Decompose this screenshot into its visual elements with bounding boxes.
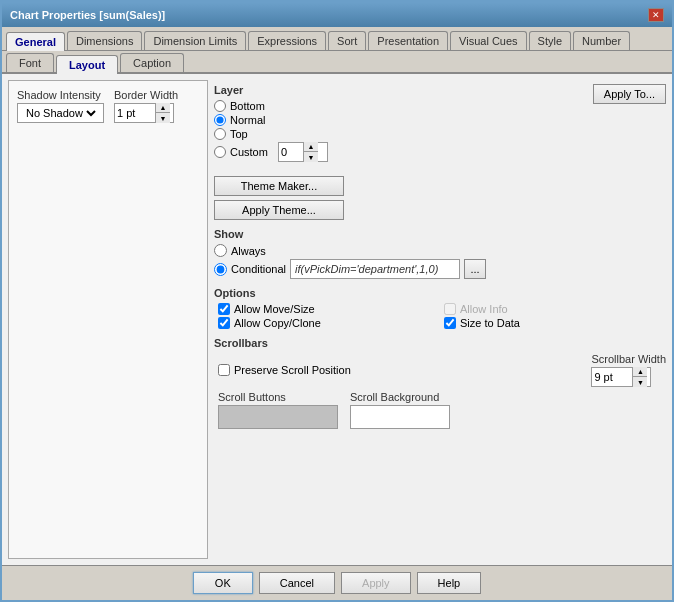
scroll-buttons-group: Scroll Buttons <box>218 391 338 429</box>
content-area: Shadow Intensity No Shadow Border Width … <box>2 74 672 565</box>
tab-sort[interactable]: Sort <box>328 31 366 50</box>
border-width-label: Border Width <box>114 89 178 101</box>
tab-visual-cues[interactable]: Visual Cues <box>450 31 527 50</box>
scrollbars-content: Preserve Scroll Position Scrollbar Width… <box>214 353 666 429</box>
tab-expressions[interactable]: Expressions <box>248 31 326 50</box>
layer-bottom-row[interactable]: Bottom <box>214 100 328 112</box>
layer-custom-spinner[interactable]: ▲ ▼ <box>278 142 328 162</box>
scroll-background-group: Scroll Background <box>350 391 450 429</box>
layer-normal-label: Normal <box>230 114 265 126</box>
allow-info-checkbox[interactable] <box>444 303 456 315</box>
border-width-spinner[interactable]: ▲ ▼ <box>114 103 174 123</box>
preserve-scroll-checkbox[interactable] <box>218 364 230 376</box>
layer-title: Layer <box>214 84 328 96</box>
shadow-intensity-group: Shadow Intensity No Shadow <box>17 89 104 123</box>
tab-general[interactable]: General <box>6 32 65 51</box>
border-width-spinner-btns: ▲ ▼ <box>155 103 170 123</box>
show-title: Show <box>214 228 666 240</box>
allow-move-size-label: Allow Move/Size <box>234 303 315 315</box>
cancel-button[interactable]: Cancel <box>259 572 335 594</box>
allow-copy-clone-row[interactable]: Allow Copy/Clone <box>218 317 440 329</box>
condition-input[interactable] <box>290 259 460 279</box>
allow-copy-clone-label: Allow Copy/Clone <box>234 317 321 329</box>
shadow-border-group: Shadow Intensity No Shadow Border Width … <box>17 89 199 123</box>
show-section: Show Always Conditional ... <box>214 228 666 279</box>
shadow-intensity-dropdown[interactable]: No Shadow <box>22 106 99 120</box>
bottom-bar: OK Cancel Apply Help <box>2 565 672 600</box>
shadow-intensity-select[interactable]: No Shadow <box>17 103 104 123</box>
sub-tab-font[interactable]: Font <box>6 53 54 72</box>
preserve-scroll-label: Preserve Scroll Position <box>234 364 351 376</box>
sub-tab-layout[interactable]: Layout <box>56 55 118 74</box>
preserve-scroll-row[interactable]: Preserve Scroll Position <box>218 364 351 376</box>
scroll-background-color[interactable] <box>350 405 450 429</box>
scroll-buttons-color[interactable] <box>218 405 338 429</box>
layer-custom-label: Custom <box>230 146 268 158</box>
help-button[interactable]: Help <box>417 572 482 594</box>
border-width-input[interactable] <box>115 107 155 119</box>
main-tab-row: General Dimensions Dimension Limits Expr… <box>2 27 672 51</box>
allow-move-size-row[interactable]: Allow Move/Size <box>218 303 440 315</box>
allow-copy-clone-checkbox[interactable] <box>218 317 230 329</box>
right-panel: Layer Bottom Normal <box>214 80 666 559</box>
scroll-background-label: Scroll Background <box>350 391 450 403</box>
window-title: Chart Properties [sum(Sales)] <box>10 9 165 21</box>
apply-button[interactable]: Apply <box>341 572 411 594</box>
apply-to-button[interactable]: Apply To... <box>593 84 666 104</box>
scrollbars-row1: Preserve Scroll Position Scrollbar Width… <box>218 353 666 387</box>
show-conditional-radio[interactable] <box>214 263 227 276</box>
title-bar: Chart Properties [sum(Sales)] ✕ <box>2 3 672 27</box>
border-width-up[interactable]: ▲ <box>156 103 170 113</box>
tab-number[interactable]: Number <box>573 31 630 50</box>
scrollbars-section: Scrollbars Preserve Scroll Position Scro… <box>214 337 666 429</box>
allow-info-row[interactable]: Allow Info <box>444 303 666 315</box>
scrollbar-width-up[interactable]: ▲ <box>633 367 647 377</box>
scrollbar-width-group: Scrollbar Width ▲ ▼ <box>591 353 666 387</box>
layer-normal-radio[interactable] <box>214 114 226 126</box>
apply-theme-button[interactable]: Apply Theme... <box>214 200 344 220</box>
size-to-data-row[interactable]: Size to Data <box>444 317 666 329</box>
tab-presentation[interactable]: Presentation <box>368 31 448 50</box>
layer-top-row[interactable]: Top <box>214 128 328 140</box>
ok-button[interactable]: OK <box>193 572 253 594</box>
tab-style[interactable]: Style <box>529 31 571 50</box>
show-conditional-row: Conditional ... <box>214 259 666 279</box>
layer-top-radio[interactable] <box>214 128 226 140</box>
layer-section: Layer Bottom Normal <box>214 80 666 166</box>
tab-dimension-limits[interactable]: Dimension Limits <box>144 31 246 50</box>
allow-move-size-checkbox[interactable] <box>218 303 230 315</box>
scrollbar-width-input[interactable] <box>592 371 632 383</box>
browse-button[interactable]: ... <box>464 259 486 279</box>
layer-radios: Bottom Normal Top <box>214 100 328 162</box>
layer-custom-input[interactable] <box>279 146 303 158</box>
scrollbar-width-spinner-btns: ▲ ▼ <box>632 367 647 387</box>
layer-custom-down[interactable]: ▼ <box>304 152 318 162</box>
scrollbar-width-label: Scrollbar Width <box>591 353 666 365</box>
layer-bottom-radio[interactable] <box>214 100 226 112</box>
border-width-down[interactable]: ▼ <box>156 113 170 123</box>
layer-custom-row: Custom ▲ ▼ <box>214 142 328 162</box>
scrollbar-width-down[interactable]: ▼ <box>633 377 647 387</box>
close-button[interactable]: ✕ <box>648 8 664 22</box>
scrollbar-width-spinner[interactable]: ▲ ▼ <box>591 367 651 387</box>
allow-info-label: Allow Info <box>460 303 508 315</box>
show-always-radio[interactable] <box>214 244 227 257</box>
size-to-data-label: Size to Data <box>460 317 520 329</box>
layer-custom-up[interactable]: ▲ <box>304 142 318 152</box>
size-to-data-checkbox[interactable] <box>444 317 456 329</box>
tab-dimensions[interactable]: Dimensions <box>67 31 142 50</box>
options-title: Options <box>214 287 666 299</box>
theme-maker-button[interactable]: Theme Maker... <box>214 176 344 196</box>
layer-normal-row[interactable]: Normal <box>214 114 328 126</box>
layer-custom-label-row[interactable]: Custom <box>214 146 268 158</box>
sub-tab-row: Font Layout Caption <box>2 51 672 74</box>
sub-tab-caption[interactable]: Caption <box>120 53 184 72</box>
title-bar-buttons: ✕ <box>648 8 664 22</box>
scrollbars-title: Scrollbars <box>214 337 666 349</box>
layer-custom-radio[interactable] <box>214 146 226 158</box>
show-always-row[interactable]: Always <box>214 244 666 257</box>
options-section: Options Allow Move/Size Allow Info Allow… <box>214 287 666 329</box>
scroll-buttons-label: Scroll Buttons <box>218 391 338 403</box>
layer-custom-spinner-btns: ▲ ▼ <box>303 142 318 162</box>
layer-top-label: Top <box>230 128 248 140</box>
